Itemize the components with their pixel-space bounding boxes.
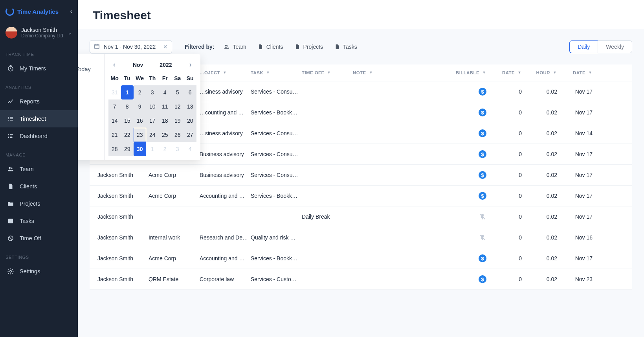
user-menu[interactable]: Jackson Smith Demo Company Ltd ⌄	[0, 21, 78, 44]
calendar-day[interactable]: 13	[184, 99, 196, 114]
table-row[interactable]: Jackson SmithAcme CorpBusiness advisoryS…	[90, 165, 632, 186]
billable-icon: $	[479, 150, 486, 158]
calendar-day[interactable]: 3	[146, 85, 159, 99]
calendar-next-icon[interactable]: ›	[187, 61, 194, 69]
calendar-icon	[94, 43, 100, 50]
column-note[interactable]: NOTE	[353, 70, 447, 76]
calendar-day[interactable]: 15	[121, 114, 134, 128]
calendar-dow: Mo	[108, 71, 121, 85]
calendar-day[interactable]: 16	[134, 114, 146, 128]
table-row[interactable]: Jackson SmithAcme CorpAccounting and …Se…	[90, 186, 632, 206]
cell-timeoff: Daily Break	[302, 214, 353, 220]
view-daily-button[interactable]: Daily	[569, 41, 598, 53]
table-row[interactable]: Jackson SmithAcme CorpAccounting and …Se…	[90, 248, 632, 269]
calendar-day[interactable]: 4	[184, 142, 196, 156]
table-row[interactable]: Jackson SmithDaily Break00.02Nov 17	[90, 206, 632, 227]
cell-billable: $	[447, 129, 486, 137]
calendar-day[interactable]: 3	[171, 142, 184, 156]
sidebar-item-projects[interactable]: Projects	[0, 195, 78, 212]
calendar-day[interactable]: 14	[108, 114, 121, 128]
column-timeoff[interactable]: TIME OFF	[302, 70, 353, 76]
calendar-day[interactable]: 24	[146, 128, 159, 142]
calendar-day[interactable]: 22	[121, 128, 134, 142]
sidebar-item-settings[interactable]: Settings	[0, 263, 78, 280]
column-rate[interactable]: RATE	[486, 70, 522, 76]
calendar-prev-icon[interactable]: ‹	[111, 61, 118, 69]
cell-client: Acme Corp	[149, 193, 200, 199]
column-label: HOUR	[536, 70, 550, 75]
calendar-day[interactable]: 27	[184, 128, 196, 142]
calendar-day[interactable]: 25	[159, 128, 171, 142]
team-icon	[7, 166, 14, 173]
calendar-day[interactable]: 31	[108, 85, 121, 99]
calendar-day[interactable]: 9	[134, 99, 146, 114]
calendar-day[interactable]: 10	[146, 99, 159, 114]
billable-icon: $	[479, 88, 486, 96]
billable-icon: $	[479, 275, 486, 283]
cell-user: Jackson Smith	[97, 193, 149, 199]
svg-rect-0	[95, 44, 99, 49]
collapse-sidebar-icon[interactable]: ‹	[70, 8, 72, 15]
cell-client: QRM Estate	[149, 276, 200, 282]
calendar-day[interactable]: 17	[146, 114, 159, 128]
calendar-day[interactable]: 8	[121, 99, 134, 114]
calendar-day[interactable]: 6	[184, 85, 196, 99]
calendar-day[interactable]: 30	[134, 142, 146, 156]
gear-icon	[7, 268, 14, 275]
calendar-day[interactable]: 4	[159, 85, 171, 99]
tasks-icon	[7, 217, 14, 225]
sidebar-item-timesheet[interactable]: Timesheet	[0, 110, 78, 127]
calendar-day[interactable]: 5	[171, 85, 184, 99]
calendar-day[interactable]: 29	[121, 142, 134, 156]
filter-label: Team	[233, 44, 246, 50]
calendar-dow: Fr	[159, 71, 171, 85]
calendar-day[interactable]: 20	[184, 114, 196, 128]
calendar-day[interactable]: 19	[171, 114, 184, 128]
brand-logo[interactable]: Time Analytics	[6, 7, 59, 16]
sidebar-item-tasks[interactable]: Tasks	[0, 212, 78, 230]
calendar-dow: Sa	[171, 71, 184, 85]
sidebar-item-reports[interactable]: Reports	[0, 93, 78, 110]
calendar-day[interactable]: 18	[159, 114, 171, 128]
clear-date-icon[interactable]: ✕	[163, 44, 168, 50]
sidebar-item-my-timers[interactable]: My Timers	[0, 60, 78, 77]
sidebar-item-team[interactable]: Team	[0, 160, 78, 178]
cell-task: Quality and risk …	[251, 234, 302, 241]
filter-projects[interactable]: Projects	[294, 44, 323, 50]
table-row[interactable]: Jackson SmithQRM EstateCorporate lawServ…	[90, 269, 632, 290]
sidebar-item-dashboard[interactable]: Dashboard	[0, 127, 78, 145]
filter-tasks[interactable]: Tasks	[334, 44, 357, 50]
table-row[interactable]: Jackson SmithInternal workResearch and D…	[90, 227, 632, 248]
calendar-day[interactable]: 1	[121, 85, 134, 99]
sidebar-item-clients[interactable]: Clients	[0, 178, 78, 195]
filter-clients[interactable]: Clients	[257, 44, 283, 50]
calendar-popup: Today ‹ Nov 2022 › MoTuWeThFrSaSu3112345…	[78, 54, 200, 160]
calendar-day[interactable]: 2	[159, 142, 171, 156]
cell-user: Jackson Smith	[97, 214, 149, 220]
calendar-day[interactable]: 1	[146, 142, 159, 156]
sidebar-item-time-off[interactable]: Time Off	[0, 230, 78, 247]
cell-project: …counting and …	[200, 109, 251, 116]
calendar-today-link[interactable]: Today	[78, 66, 91, 72]
calendar-day[interactable]: 28	[108, 142, 121, 156]
column-date[interactable]: DATE	[557, 70, 593, 76]
column-project[interactable]: …OJECT	[200, 70, 251, 76]
filter-team[interactable]: Team	[224, 44, 246, 50]
sidebar-item-label: Team	[20, 166, 33, 172]
calendar-day[interactable]: 26	[171, 128, 184, 142]
column-billable[interactable]: BILLABLE	[447, 70, 486, 76]
column-hour[interactable]: HOUR	[522, 70, 557, 76]
calendar-day[interactable]: 11	[159, 99, 171, 114]
calendar-day[interactable]: 7	[108, 99, 121, 114]
calendar-day[interactable]: 23	[134, 128, 146, 142]
calendar-day[interactable]: 2	[134, 85, 146, 99]
filter-label: Projects	[303, 44, 323, 50]
chevron-down-icon: ⌄	[68, 29, 72, 36]
calendar-day[interactable]: 21	[108, 128, 121, 142]
column-task[interactable]: TASK	[251, 70, 302, 76]
cell-rate: 0	[486, 151, 522, 157]
date-range-picker[interactable]: Nov 1 - Nov 30, 2022 ✕	[90, 40, 172, 53]
calendar-day[interactable]: 12	[171, 99, 184, 114]
view-weekly-button[interactable]: Weekly	[598, 41, 632, 53]
sidebar-item-label: Projects	[20, 201, 40, 207]
